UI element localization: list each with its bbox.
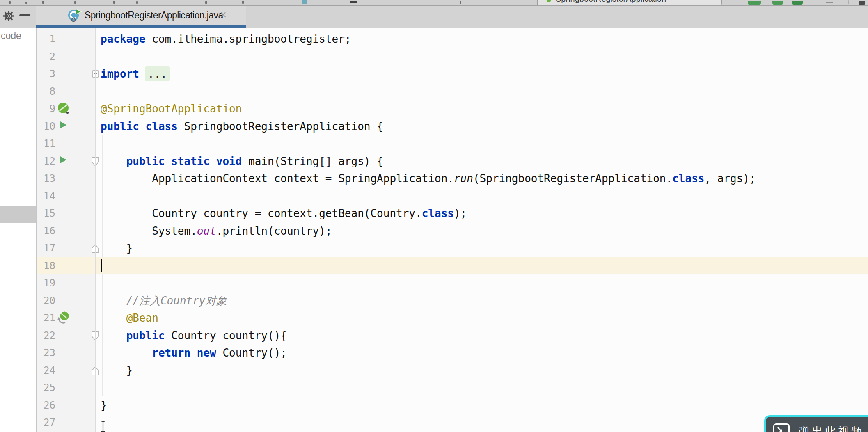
- line-number[interactable]: 25: [37, 379, 55, 397]
- line-number[interactable]: 19: [37, 274, 55, 292]
- line-number[interactable]: 11: [37, 135, 55, 153]
- line-number[interactable]: 15: [37, 205, 55, 222]
- toolbar-icon-fragment[interactable]: [859, 1, 865, 5]
- line-number[interactable]: 18: [37, 257, 55, 275]
- line-number[interactable]: 20: [37, 292, 55, 310]
- line-number[interactable]: 12: [37, 153, 55, 170]
- code-cell[interactable]: [95, 379, 868, 397]
- code-cell[interactable]: @SpringBootApplication: [95, 100, 868, 118]
- line-number[interactable]: 1: [37, 30, 55, 48]
- line-number[interactable]: 22: [37, 327, 55, 345]
- code-cell[interactable]: ApplicationContext context = SpringAppli…: [95, 170, 868, 187]
- line-number[interactable]: 14: [37, 187, 55, 205]
- gutter-cell: 18: [37, 257, 95, 275]
- line-number[interactable]: 23: [37, 344, 55, 362]
- code-cell[interactable]: [95, 274, 868, 292]
- springboot-icon[interactable]: [57, 102, 71, 116]
- code-cell[interactable]: Country country = context.getBean(Countr…: [95, 205, 868, 222]
- run-icon[interactable]: [57, 120, 71, 134]
- code-line[interactable]: 1package com.itheima.springbootregister;: [37, 30, 868, 48]
- gear-icon[interactable]: [2, 9, 15, 23]
- code-line[interactable]: 14: [37, 187, 868, 205]
- code-cell[interactable]: //注入Country对象: [95, 292, 868, 310]
- line-number[interactable]: 10: [37, 118, 55, 135]
- gutter-cell: 25: [37, 379, 95, 397]
- code-line[interactable]: 3import...: [37, 65, 868, 83]
- code-text: @Bean: [101, 312, 158, 324]
- code-text: }: [101, 242, 133, 254]
- code-line[interactable]: 2: [37, 48, 868, 66]
- code-line[interactable]: 17 }: [37, 240, 868, 257]
- code-cell[interactable]: package com.itheima.springbootregister;: [95, 30, 868, 48]
- code-cell[interactable]: [95, 187, 868, 205]
- code-cell[interactable]: [95, 135, 868, 153]
- code-cell[interactable]: return new Country();: [95, 344, 868, 362]
- code-line[interactable]: 19: [37, 274, 868, 292]
- line-number[interactable]: 9: [37, 100, 55, 118]
- code-line[interactable]: 10public class SpringbootRegisterApplica…: [37, 118, 868, 135]
- code-cell[interactable]: [95, 48, 868, 66]
- gutter-cell: 23: [37, 344, 95, 362]
- code-line[interactable]: 26}: [37, 397, 868, 414]
- close-icon[interactable]: ×: [220, 5, 227, 25]
- line-number[interactable]: 27: [37, 414, 55, 432]
- debug-button-fragment[interactable]: [772, 1, 783, 5]
- code-cell[interactable]: @Bean: [95, 309, 868, 327]
- code-line[interactable]: 8: [37, 83, 868, 101]
- line-number[interactable]: 21: [37, 309, 55, 327]
- code-line[interactable]: 20 //注入Country对象: [37, 292, 868, 310]
- gutter-cell: 21: [37, 309, 95, 327]
- fold-marker-plus[interactable]: [92, 70, 99, 79]
- code-cell[interactable]: import...: [95, 65, 868, 83]
- code-cell[interactable]: public static void main(String[] args) {: [95, 153, 868, 170]
- panel-scrollbar-thumb[interactable]: [0, 206, 36, 223]
- code-line[interactable]: 13 ApplicationContext context = SpringAp…: [37, 170, 868, 187]
- breadcrumb-fragment: [25, 2, 27, 4]
- project-tree-item[interactable]: code: [1, 30, 21, 41]
- code-line[interactable]: 9@SpringBootApplication: [37, 100, 868, 118]
- gutter-cell: 16: [37, 222, 95, 240]
- code-line[interactable]: 25: [37, 379, 868, 397]
- popout-video-button[interactable]: 弹出此视频: [764, 415, 868, 432]
- run-configuration-select[interactable]: SpringbootRegisterApplication: [537, 0, 722, 6]
- line-number[interactable]: 3: [37, 65, 55, 83]
- coverage-button-fragment[interactable]: [792, 1, 803, 5]
- line-number[interactable]: 24: [37, 362, 55, 379]
- line-number[interactable]: 8: [37, 83, 55, 101]
- bean-icon[interactable]: [57, 311, 71, 325]
- tab-title: SpringbootRegisterApplication.java: [85, 5, 223, 25]
- line-number[interactable]: 13: [37, 170, 55, 187]
- code-line[interactable]: 12 public static void main(String[] args…: [37, 153, 868, 170]
- line-number[interactable]: 16: [37, 222, 55, 240]
- tab-springbootregisterapplication[interactable]: SpringbootRegisterApplication.java ×: [36, 5, 246, 25]
- code-cell[interactable]: [95, 414, 868, 432]
- project-panel[interactable]: code: [0, 28, 37, 432]
- run-button-fragment[interactable]: [748, 1, 761, 5]
- code-text: //注入Country对象: [101, 295, 227, 307]
- code-cell[interactable]: }: [95, 362, 868, 379]
- code-line[interactable]: 16 System.out.println(country);: [37, 222, 868, 240]
- code-line[interactable]: 15 Country country = context.getBean(Cou…: [37, 205, 868, 222]
- line-number[interactable]: 26: [37, 397, 55, 414]
- run-icon[interactable]: [57, 155, 71, 169]
- code-line[interactable]: 22 public Country country(){: [37, 327, 868, 345]
- file-icon-fragment: [302, 0, 307, 4]
- code-line[interactable]: 23 return new Country();: [37, 344, 868, 362]
- code-line[interactable]: 18: [37, 257, 868, 275]
- code-text: package com.itheima.springbootregister;: [101, 33, 351, 45]
- code-line[interactable]: 21 @Bean: [37, 309, 868, 327]
- code-cell[interactable]: }: [95, 397, 868, 414]
- line-number[interactable]: 2: [37, 48, 55, 66]
- code-line[interactable]: 27: [37, 414, 868, 432]
- breadcrumb-fragment: [205, 1, 207, 4]
- code-cell[interactable]: public class SpringbootRegisterApplicati…: [95, 118, 868, 135]
- line-number[interactable]: 17: [37, 240, 55, 257]
- code-cell[interactable]: [95, 257, 868, 275]
- code-cell[interactable]: public Country country(){: [95, 327, 868, 345]
- code-line[interactable]: 24 }: [37, 362, 868, 379]
- code-cell[interactable]: }: [95, 240, 868, 257]
- code-cell[interactable]: [95, 83, 868, 101]
- code-cell[interactable]: System.out.println(country);: [95, 222, 868, 240]
- code-line[interactable]: 11: [37, 135, 868, 153]
- minimize-icon[interactable]: [19, 14, 30, 16]
